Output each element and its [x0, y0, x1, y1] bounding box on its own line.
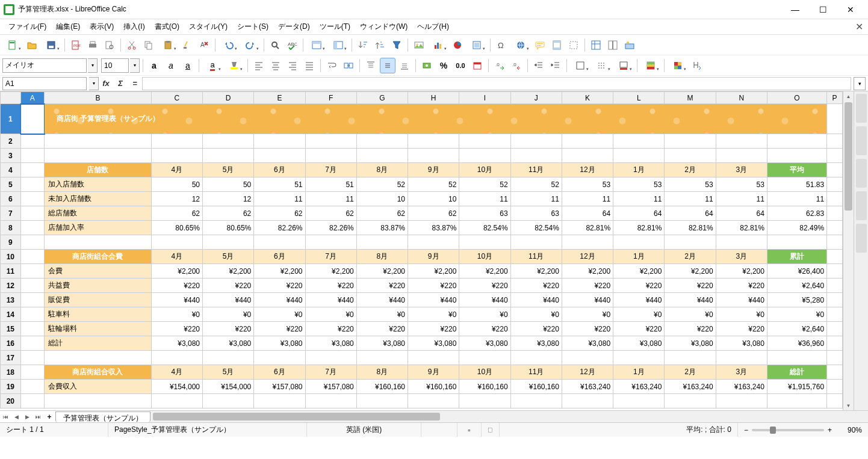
cell-D14[interactable]: ¥0: [202, 307, 253, 322]
cell-I20[interactable]: [459, 394, 510, 408]
cell-I11[interactable]: ¥2,200: [459, 264, 510, 279]
cell-I3[interactable]: [459, 149, 510, 163]
cell-E16[interactable]: ¥3,080: [254, 336, 305, 351]
cell-O17[interactable]: [767, 351, 826, 365]
border-style-button[interactable]: [592, 58, 612, 73]
cell-C13[interactable]: ¥440: [151, 293, 202, 307]
cell-O12[interactable]: ¥2,640: [767, 279, 826, 293]
cell-M8[interactable]: 82.81%: [665, 221, 716, 235]
cell-O4[interactable]: 平均: [767, 163, 826, 177]
cell-C11[interactable]: ¥2,200: [151, 264, 202, 279]
cell-H6[interactable]: 10: [408, 192, 459, 206]
cell-A11[interactable]: [20, 264, 44, 279]
name-box-dropdown[interactable]: ▾: [89, 77, 99, 90]
row-header-8[interactable]: 8: [1, 221, 21, 235]
row-header-17[interactable]: 17: [1, 351, 21, 365]
cell-N11[interactable]: ¥2,200: [716, 264, 767, 279]
cell-G16[interactable]: ¥3,080: [356, 336, 408, 351]
copy-button[interactable]: [141, 37, 157, 53]
cell-B19[interactable]: 会費収入: [45, 380, 152, 394]
cell-P17[interactable]: [827, 351, 843, 365]
row-button[interactable]: [306, 37, 327, 53]
define-print-area-button[interactable]: [566, 37, 581, 53]
cell-P15[interactable]: [827, 322, 843, 336]
minimize-button[interactable]: —: [781, 1, 809, 19]
headers-footers-button[interactable]: [549, 37, 565, 53]
cell-J5[interactable]: 52: [510, 177, 562, 192]
cell-A6[interactable]: [20, 192, 44, 206]
cell-I13[interactable]: ¥440: [459, 293, 510, 307]
cell-L15[interactable]: ¥220: [613, 322, 665, 336]
cell-B9[interactable]: [45, 235, 152, 250]
cell-K13[interactable]: ¥440: [562, 293, 613, 307]
cell-M7[interactable]: 64: [665, 206, 716, 221]
cell-M15[interactable]: ¥220: [665, 322, 716, 336]
cell-A18[interactable]: [20, 365, 44, 380]
grid-scroll-container[interactable]: ABCDEFGHIJKLMNOP1商店街 予算管理表（サンプル）234店舗数4月…: [0, 91, 843, 410]
cell-F13[interactable]: ¥440: [305, 293, 356, 307]
cell-A5[interactable]: [20, 177, 44, 192]
cell-B6[interactable]: 未加入店舗数: [45, 192, 152, 206]
print-preview-button[interactable]: [102, 37, 117, 53]
row-header-18[interactable]: 18: [1, 365, 21, 380]
wrap-text-button[interactable]: [324, 58, 339, 73]
menu-file[interactable]: ファイル(F): [4, 19, 51, 34]
cell-L13[interactable]: ¥440: [613, 293, 665, 307]
row-header-7[interactable]: 7: [1, 206, 21, 221]
autofilter-button[interactable]: [389, 37, 405, 53]
cell-G17[interactable]: [356, 351, 408, 365]
cell-E6[interactable]: 11: [254, 192, 305, 206]
cell-B8[interactable]: 店舗加入率: [45, 221, 152, 235]
cell-N7[interactable]: 64: [716, 206, 767, 221]
cell-M20[interactable]: [665, 394, 716, 408]
valign-top-button[interactable]: [363, 58, 379, 73]
cell-D18[interactable]: 5月: [202, 365, 253, 380]
cell-E10[interactable]: 6月: [254, 250, 305, 264]
cell-A16[interactable]: [20, 336, 44, 351]
cell-O15[interactable]: ¥2,640: [767, 322, 826, 336]
cell-L6[interactable]: 11: [613, 192, 665, 206]
tab-nav-prev[interactable]: ◀: [11, 414, 22, 420]
cell-P20[interactable]: [827, 394, 843, 408]
align-center-button[interactable]: [268, 58, 284, 73]
cell-C14[interactable]: ¥0: [151, 307, 202, 322]
cell-I19[interactable]: ¥160,160: [459, 380, 510, 394]
cell-B1[interactable]: 商店街 予算管理表（サンプル）: [45, 104, 827, 134]
cell-P7[interactable]: [827, 206, 843, 221]
cell-A10[interactable]: [20, 250, 44, 264]
underline-button[interactable]: a: [180, 58, 196, 73]
cell-N20[interactable]: [716, 394, 767, 408]
cell-L17[interactable]: [613, 351, 665, 365]
cell-G9[interactable]: [356, 235, 408, 250]
insert-object-button[interactable]: [467, 37, 487, 53]
cell-P9[interactable]: [827, 235, 843, 250]
menu-format[interactable]: 書式(O): [150, 19, 184, 34]
cell-P1[interactable]: [827, 104, 843, 134]
split-window-button[interactable]: [605, 37, 621, 53]
zoom-slider[interactable]: [752, 429, 824, 431]
cell-N14[interactable]: ¥0: [716, 307, 767, 322]
cell-A3[interactable]: [20, 149, 44, 163]
cell-B12[interactable]: 共益費: [45, 279, 152, 293]
cell-D6[interactable]: 12: [202, 192, 253, 206]
cell-H5[interactable]: 52: [408, 177, 459, 192]
cell-J15[interactable]: ¥220: [510, 322, 562, 336]
cell-G12[interactable]: ¥220: [356, 279, 408, 293]
cell-D7[interactable]: 62: [202, 206, 253, 221]
cell-J17[interactable]: [510, 351, 562, 365]
cell-K5[interactable]: 53: [562, 177, 613, 192]
cell-C3[interactable]: [151, 149, 202, 163]
cell-B18[interactable]: 商店街組合収入: [45, 365, 152, 380]
valign-bottom-button[interactable]: [397, 58, 412, 73]
side-panel-navigator[interactable]: [856, 191, 867, 220]
menu-tools[interactable]: ツール(T): [315, 19, 355, 34]
status-signature[interactable]: [482, 423, 500, 437]
cell-M18[interactable]: 2月: [665, 365, 716, 380]
row-header-5[interactable]: 5: [1, 177, 21, 192]
cell-C19[interactable]: ¥154,000: [151, 380, 202, 394]
cell-N18[interactable]: 3月: [716, 365, 767, 380]
delete-decimal-button[interactable]: .0: [509, 58, 524, 73]
cell-L7[interactable]: 64: [613, 206, 665, 221]
cell-L18[interactable]: 1月: [613, 365, 665, 380]
cell-N2[interactable]: [716, 134, 767, 149]
